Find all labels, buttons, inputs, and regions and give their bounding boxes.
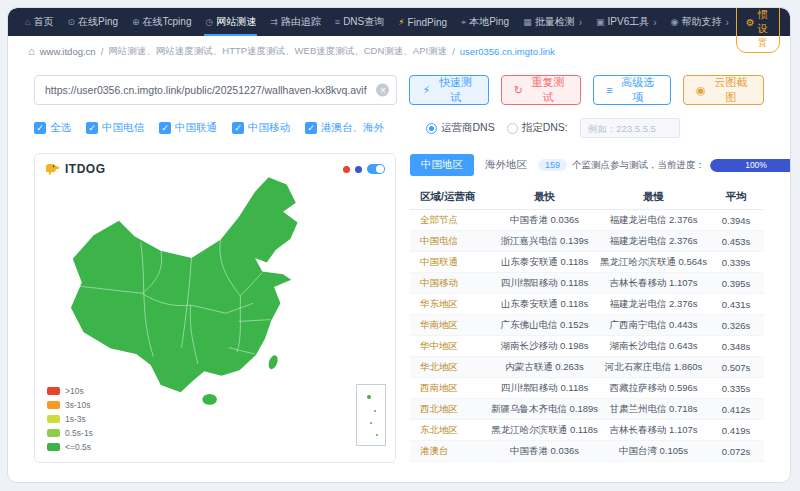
slowest-cell: 福建龙岩电信 2.376s: [599, 214, 708, 227]
nav-item-ipv6-tools[interactable]: ▣IPV6工具›: [589, 8, 664, 36]
avg-cell: 0.339s: [708, 257, 764, 268]
south-china-sea-inset: [356, 384, 386, 446]
cloud-screenshot-button[interactable]: ◉ 云图截图: [683, 75, 764, 105]
region-cell: 华东地区: [410, 298, 490, 311]
checkbox-china-unicom[interactable]: ✓中国联通: [159, 121, 217, 135]
home-icon: ⌂: [28, 46, 35, 57]
clear-icon[interactable]: ×: [376, 84, 389, 97]
nav-items: ⌂首页⊙在线Ping⊕在线Tcping◷网站测速⇉路由追踪≡DNS查询⚡Find…: [18, 8, 736, 36]
website-speed-icon: ◷: [205, 17, 213, 27]
region-cell: 中国移动: [410, 277, 490, 290]
checkbox-label: 中国联通: [175, 121, 217, 135]
checkmark-icon: ✓: [34, 122, 46, 134]
nav-item-route-trace[interactable]: ⇉路由追踪: [263, 8, 328, 36]
chevron-right-icon: ›: [653, 17, 656, 28]
map-controls: [343, 164, 385, 174]
map-toggle[interactable]: [367, 164, 385, 174]
table-row[interactable]: 华南地区广东佛山电信 0.152s广西南宁电信 0.443s0.326s: [410, 315, 764, 336]
results-header: 中国地区 海外地区 159 个监测点参与测试，当前进度： 100%: [410, 153, 764, 177]
table-row[interactable]: 华北地区内蒙古联通 0.263s河北石家庄电信 1.860s0.507s: [410, 357, 764, 378]
nav-item-online-tcping[interactable]: ⊕在线Tcping: [125, 8, 198, 36]
table-row[interactable]: 中国电信浙江嘉兴电信 0.139s福建龙岩电信 2.376s0.453s: [410, 231, 764, 252]
slowest-cell: 湖南长沙电信 0.643s: [599, 340, 708, 353]
table-row[interactable]: 东北地区黑龙江哈尔滨联通 0.118s吉林长春移动 1.107s0.419s: [410, 420, 764, 441]
nav-item-label: 本地Ping: [469, 15, 509, 29]
region-cell: 中国电信: [410, 235, 490, 248]
checkbox-hmt-overseas[interactable]: ✓港澳台、海外: [305, 121, 384, 135]
legend-item-lte-05s: <=0.5s: [47, 442, 93, 452]
checkbox-group: ✓全选✓中国电信✓中国联通✓中国移动✓港澳台、海外: [34, 121, 384, 135]
breadcrumb-current[interactable]: user0356.cn.imgto.link: [460, 46, 555, 57]
table-row[interactable]: 西北地区新疆乌鲁木齐电信 0.189s甘肃兰州电信 0.718s0.412s: [410, 399, 764, 420]
quick-test-label: 快速测试: [435, 75, 475, 105]
table-row[interactable]: 中国联通山东泰安联通 0.118s黑龙江哈尔滨联通 0.564s0.339s: [410, 252, 764, 273]
settings-button[interactable]: ⚙ 习惯设置: [736, 7, 780, 53]
progress-group: 159 个监测点参与测试，当前进度： 100%: [538, 159, 791, 172]
chevron-right-icon: ›: [579, 17, 582, 28]
tab-china-region[interactable]: 中国地区: [410, 154, 474, 176]
fastest-cell: 四川绵阳移动 0.118s: [490, 382, 599, 395]
region-cell: 华北地区: [410, 361, 490, 374]
table-row[interactable]: 西南地区四川绵阳移动 0.118s西藏拉萨移动 0.596s0.335s: [410, 378, 764, 399]
radio-unselected-icon: [507, 123, 518, 134]
tab-overseas-region[interactable]: 海外地区: [474, 154, 538, 176]
advanced-options-label: 高级选项: [618, 75, 659, 105]
table-row[interactable]: 中国移动四川绵阳移动 0.118s吉林长春移动 1.107s0.395s: [410, 273, 764, 294]
region-cell: 西北地区: [410, 403, 490, 416]
table-row[interactable]: 华中地区湖南长沙移动 0.198s湖南长沙电信 0.643s0.348s: [410, 336, 764, 357]
legend-item-05s-1s: 0.5s-1s: [47, 428, 93, 438]
nav-item-help-support[interactable]: ◉帮助支持›: [664, 8, 736, 36]
hainan-island: [202, 394, 217, 405]
fastest-cell: 浙江嘉兴电信 0.139s: [490, 235, 599, 248]
checkbox-select-all[interactable]: ✓全选: [34, 121, 71, 135]
header-region: 区域/运营商: [410, 190, 490, 204]
avg-cell: 0.412s: [708, 404, 764, 415]
nav-item-findping[interactable]: ⚡FindPing: [391, 8, 454, 36]
online-ping-icon: ⊙: [67, 17, 75, 27]
url-input[interactable]: [34, 75, 397, 105]
nav-item-dns-query[interactable]: ≡DNS查询: [328, 8, 391, 36]
checkbox-label: 全选: [50, 121, 71, 135]
dog-icon: [45, 163, 61, 176]
nav-item-local-ping[interactable]: ⌖本地Ping: [454, 8, 516, 36]
nav-item-batch-test[interactable]: ▦批量检测›: [516, 8, 589, 36]
breadcrumb-site[interactable]: www.itdog.cn: [40, 46, 96, 57]
nav-item-label: FindPing: [408, 17, 447, 28]
checkbox-china-telecom[interactable]: ✓中国电信: [86, 121, 144, 135]
avg-cell: 0.431s: [708, 299, 764, 310]
local-ping-icon: ⌖: [461, 17, 466, 28]
map-panel: ITDOG: [34, 153, 396, 463]
checkbox-label: 港澳台、海外: [321, 121, 384, 135]
checkmark-icon: ✓: [305, 122, 317, 134]
avg-cell: 0.453s: [708, 236, 764, 247]
slowest-cell: 河北石家庄电信 1.860s: [599, 361, 708, 374]
legend-item-1s-3s: 1s-3s: [47, 414, 93, 424]
quick-test-button[interactable]: ⚡ 快速测试: [409, 75, 488, 105]
region-cell: 中国联通: [410, 256, 490, 269]
dns-input[interactable]: [580, 118, 680, 138]
avg-cell: 0.348s: [708, 341, 764, 352]
findping-icon: ⚡: [398, 17, 404, 27]
legend-label: 1s-3s: [65, 414, 86, 424]
legend-item-3s-10s: 3s-10s: [47, 400, 93, 410]
radio-operator-dns[interactable]: 运营商DNS: [426, 121, 495, 135]
table-row[interactable]: 全部节点中国香港 0.036s福建龙岩电信 2.376s0.394s: [410, 210, 764, 231]
progress-fill: 100%: [710, 159, 791, 172]
nav-item-online-ping[interactable]: ⊙在线Ping: [60, 8, 125, 36]
top-nav: ⌂首页⊙在线Ping⊕在线Tcping◷网站测速⇉路由追踪≡DNS查询⚡Find…: [8, 8, 790, 36]
radio-label: 运营商DNS: [441, 121, 495, 135]
red-marker-icon: [343, 166, 350, 173]
radio-custom-dns[interactable]: 指定DNS:: [507, 121, 568, 135]
repeat-test-button[interactable]: ↻ 重复测试: [501, 75, 582, 105]
breadcrumb-path: 网站测速、网站速度测试、HTTP速度测试、WEB速度测试、CDN测速、API测速: [108, 45, 447, 58]
advanced-options-button[interactable]: ≡ 高级选项: [593, 75, 671, 105]
checkmark-icon: ✓: [232, 122, 244, 134]
legend-label: 3s-10s: [65, 400, 91, 410]
table-row[interactable]: 华东地区山东泰安联通 0.118s福建龙岩电信 2.376s0.431s: [410, 294, 764, 315]
checkbox-china-mobile[interactable]: ✓中国移动: [232, 121, 290, 135]
nav-item-website-speed[interactable]: ◷网站测速: [198, 8, 263, 36]
nav-item-home[interactable]: ⌂首页: [18, 8, 60, 36]
toggle-knob-icon: [376, 165, 384, 173]
table-row[interactable]: 港澳台中国香港 0.036s中国台湾 0.105s0.072s: [410, 441, 764, 462]
slowest-cell: 中国台湾 0.105s: [599, 445, 708, 458]
